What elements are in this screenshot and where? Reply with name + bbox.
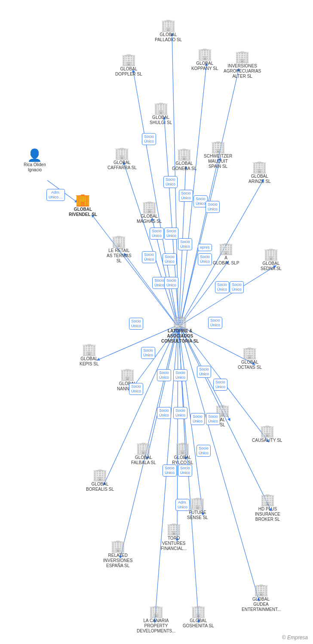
badge-socio-upper-right[interactable]: SocioÚnico <box>208 317 222 329</box>
node-label: GLOBALRYLCO SL <box>172 455 193 465</box>
badge-socio-schweitzer1[interactable]: SocioÚnico <box>179 190 193 202</box>
node-label: GLOBALSHULGI SL <box>150 115 172 125</box>
building-icon: 🏢 <box>242 347 257 359</box>
badge-socio-ll2[interactable]: SocioÚnico <box>164 277 178 289</box>
badge-label: SocioÚnico <box>142 251 156 263</box>
badge-label: SocioÚnico <box>230 281 244 293</box>
node-label: GLOBALCAFFARRA SL <box>107 160 137 170</box>
badge-socio-falbala2[interactable]: SocioÚnico <box>178 465 192 477</box>
node-global-maghas[interactable]: 🏢 GLOBALMAGHAS SL <box>137 201 162 224</box>
badge-socio-nanna1[interactable]: SocioÚnico <box>157 369 171 381</box>
badge-label: SocioÚnico <box>164 277 178 289</box>
badge-socio-nanna3[interactable]: SocioÚnico <box>129 383 143 395</box>
node-global-slp[interactable]: 🏢 AGLOBAL SLP <box>213 243 239 266</box>
building-icon: 🏢 <box>172 316 187 328</box>
node-global-borealis[interactable]: 🏢 GLOBALBOREALIS SL <box>86 469 114 492</box>
badge-label: SocioÚnico <box>178 465 192 477</box>
node-la-canaria[interactable]: 🏢 LA CANARIAPROPERTYDEVELOPMENTS... <box>137 605 175 634</box>
badge-label: SocioÚnico <box>208 317 222 329</box>
badge-adm-future[interactable]: Adm.Unico <box>175 499 190 511</box>
badge-socio-slp[interactable]: SocioÚnico <box>198 253 212 265</box>
node-label: TOROVENTURESFINANCIAL... <box>161 536 187 551</box>
badge-socio-nanna2[interactable]: SocioÚnico <box>173 369 187 381</box>
building-icon: 🏢 <box>197 48 212 60</box>
svg-line-20 <box>179 328 186 459</box>
node-inversiones-agro[interactable]: 🏢 INVERSIONESAGROPECUARIASALTER SL <box>224 51 261 79</box>
person-icon: 👤 <box>27 149 42 161</box>
badge-label: SocioÚnico <box>157 369 171 381</box>
node-latorre[interactable]: 🏢 LATORRE &ASOCIADOSCONSULTORIA SL <box>161 316 199 344</box>
node-label: GLOBALKOPPANY SL <box>191 61 218 71</box>
badge-socio-left-latorre[interactable]: SocioÚnico <box>129 318 143 330</box>
node-global-goshenita[interactable]: 🏢 GLOBALGOSHENITA SL <box>183 605 214 629</box>
node-label: GLOBALGONEBA SL <box>172 161 196 171</box>
watermark: © Empresa <box>282 635 308 641</box>
building-icon: 🏢 <box>211 141 226 153</box>
node-future-sense[interactable]: 🏢 FUTURESENSE SL <box>187 497 208 520</box>
node-global-palladio[interactable]: 🏢 GLOBAL PALLADIO SL <box>155 19 182 43</box>
badge-socio-lower2[interactable]: SocioÚnico <box>173 407 187 419</box>
badge-socio-leretail3[interactable]: SocioÚnico <box>163 253 177 265</box>
badge-socio-lower3[interactable]: SocioÚnico <box>190 413 205 425</box>
node-label: INVERSIONESAGROPECUARIASALTER SL <box>224 64 261 79</box>
badge-socio-lower4[interactable]: SocioÚnico <box>206 413 220 425</box>
node-label: LA CANARIAPROPERTYDEVELOPMENTS... <box>137 618 175 634</box>
badge-socio-rylco[interactable]: SocioÚnico <box>196 445 211 457</box>
graph-container: 🏢 GLOBAL PALLADIO SL 🏢 GLOBALDOPPLER SL … <box>0 0 313 644</box>
badge-socio-octans1[interactable]: SocioÚnico <box>197 366 211 378</box>
node-causality[interactable]: 🏢 CAUSALITY SL <box>252 425 282 443</box>
badge-socio-octans2[interactable]: SocioÚnico <box>213 379 227 391</box>
building-icon: 🏢 <box>190 497 205 509</box>
node-global-falbala[interactable]: 🏢 GLOBALFALBALA SL <box>131 442 156 465</box>
node-label: GLOBAL PALLADIO SL <box>155 32 182 43</box>
node-label: GLOBALMAGHAS SL <box>137 214 162 224</box>
building-icon: 🏢 <box>177 148 192 160</box>
node-global-rylco[interactable]: 🏢 GLOBALRYLCO SL <box>172 442 193 465</box>
node-label: Rica OlidenIgnacio <box>24 162 46 173</box>
node-global-caffarra[interactable]: 🏢 GLOBALCAFFARRA SL <box>107 147 137 170</box>
building-icon: 🏢 <box>136 442 151 454</box>
node-global-octans[interactable]: 🏢 GLOBALOCTANS SL <box>238 347 262 370</box>
badge-label: SocioÚnico <box>198 253 212 265</box>
node-global-gudea[interactable]: 🏢 GLOBALGUDEAENTERTAINMENT... <box>242 584 280 612</box>
node-global-sedna[interactable]: 🏢 GLOBALSEDNA SL <box>261 248 282 271</box>
building-icon: 🏢 <box>264 248 279 260</box>
badge-socio-falbala1[interactable]: SocioÚnico <box>163 465 177 477</box>
badge-label: SocioÚnico <box>142 133 156 145</box>
node-label: AGLOBAL SLP <box>213 255 239 266</box>
node-global-doppler[interactable]: 🏢 GLOBALDOPPLER SL <box>115 54 142 77</box>
node-global-arinze[interactable]: 🏢 GLOBALARINZE SL <box>249 161 271 184</box>
badge-label: SocioÚnico <box>163 465 177 477</box>
badge-socio-maghas2[interactable]: SocioÚnico <box>164 228 178 240</box>
node-label: GLOBALBOREALIS SL <box>86 482 114 492</box>
node-related-inversiones[interactable]: 🏢 RELATEDINVERSIONESESPAÑA SL <box>103 540 132 568</box>
node-schweitzer[interactable]: 🏢 SCHWEITZERMAUDUITSPAIN SL <box>204 141 232 169</box>
badge-socio-maghas1[interactable]: SocioÚnico <box>150 228 164 240</box>
node-rica-oliden[interactable]: 👤 Rica OlidenIgnacio <box>24 149 46 173</box>
badge-label: epres <box>198 244 212 251</box>
badge-adm-rica[interactable]: Adm.Unico.... <box>46 189 65 201</box>
node-label: GLOBALDOPPLER SL <box>115 67 142 77</box>
badge-socio-schweitzer3[interactable]: SocioÚnico <box>206 201 220 213</box>
node-global-rivendel[interactable]: 🏢 GLOBALRIVENDEL SL <box>69 194 97 217</box>
node-global-koppany[interactable]: 🏢 GLOBALKOPPANY SL <box>191 48 218 71</box>
badge-socio-leretail1[interactable]: SocioÚnico <box>142 251 156 263</box>
node-global-goneba[interactable]: 🏢 GLOBALGONEBA SL <box>172 148 196 171</box>
node-global-kepis[interactable]: 🏢 GLOBALKEPIS SL <box>80 343 98 367</box>
badge-socio-goneba[interactable]: SocioÚnico <box>163 176 178 188</box>
node-global-shulgi[interactable]: 🏢 GLOBALSHULGI SL <box>150 102 172 125</box>
badge-socio-leretail2[interactable]: SocioÚnico <box>178 238 192 250</box>
badge-socio-kepis[interactable]: SocioÚnico <box>141 347 155 359</box>
node-hd-plus[interactable]: 🏢 HD PLUSINSURANCEBROKER SL <box>255 494 280 522</box>
building-icon: 🏢 <box>153 102 169 114</box>
badge-socio-shulgi[interactable]: SocioÚnico <box>142 133 156 145</box>
node-le-retail[interactable]: 🏢 LE RETAILAS TERMASSL <box>107 235 132 264</box>
badge-socio-ll4[interactable]: SocioÚnico <box>230 281 244 293</box>
badge-label: SocioÚnico <box>213 379 227 391</box>
badge-epres[interactable]: epres <box>198 244 212 251</box>
node-label: GLOBALARINZE SL <box>249 174 271 184</box>
badge-socio-lower1[interactable]: SocioÚnico <box>157 407 171 419</box>
badge-label: SocioÚnico <box>129 383 143 395</box>
badge-socio-ll3[interactable]: SocioÚnico <box>215 281 229 293</box>
node-toro-ventures[interactable]: 🏢 TOROVENTURESFINANCIAL... <box>161 523 187 551</box>
